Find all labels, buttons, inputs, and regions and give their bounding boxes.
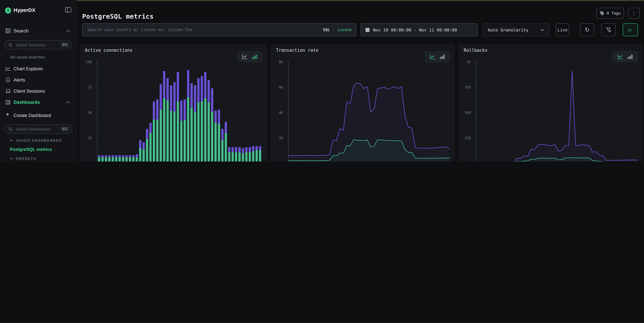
collapse-sidebar-icon[interactable] [65,7,71,14]
saved-dashboards-input[interactable]: ⌘K [4,124,72,134]
sidebar-item-label: Alerts [14,77,25,82]
calendar-icon [365,28,370,32]
section-label: PRESETS [16,156,36,161]
no-saved-searches-text: No saved searches [10,55,45,60]
y-axis-tick-label: 4K [270,110,283,115]
chevron-down-icon [10,139,13,142]
y-axis-tick-label: 500 [458,110,471,115]
play-icon: ▷ [628,27,632,32]
sql-toggle[interactable]: SQL [323,28,330,32]
tags-label: 0 Tags [606,11,621,16]
bar-chart-toggle-icon[interactable] [252,54,258,60]
sidebar-item-chart-explorer[interactable]: Chart Explorer [0,65,77,72]
laptop-icon [6,88,11,93]
panel-active-connections: Active connections 0255075100 Nov 10 12:… [80,44,267,162]
top-accent-strip [77,0,644,1]
search-icon [8,127,12,131]
bar-chart-toggle-icon[interactable] [628,54,633,60]
y-axis-tick-label: 250 [458,136,471,140]
chevron-down-icon [540,28,544,31]
create-dashboard-label: Create Dashboard [14,113,51,118]
line-chart-toggle-icon[interactable] [242,54,248,60]
sidebar-item-label: Dashboards [14,100,40,105]
y-axis-tick-label: 25 [80,136,92,140]
saved-searches-input[interactable]: ⌘K [4,40,72,50]
refresh-icon: ↻ [585,26,590,33]
refresh-button[interactable]: ↻ [580,23,594,36]
sidebar-item-label: Client Sessions [14,88,45,94]
chevron-down-icon [10,158,13,160]
main-content: PostgreSQL metrics 0 Tags ⋮ SQL | Lucene [77,0,644,162]
more-options-button[interactable]: ⋮ [628,8,640,18]
run-query-button[interactable]: ▷ [623,23,638,36]
date-range-picker[interactable]: Nov 10 00:00:00 - Nov 11 00:00:00 [360,23,478,36]
chart-view-toggle [237,51,262,62]
panel-title: Rollbacks [464,48,488,53]
y-axis-tick-label: 100 [80,60,92,64]
y-axis-tick-label: 2K [270,136,283,140]
tags-button[interactable]: 0 Tags [596,8,624,18]
shortcut-badge: ⌘K [60,42,69,47]
chart-transaction-rate: 02K4K6K8K Nov 10 12:00:00 AM11:00:00 AM1… [270,44,455,162]
plus-icon: + [6,111,9,117]
sidebar-item-search[interactable]: Search [0,26,77,35]
saved-dashboards-section-header[interactable]: SAVED DASHBOARDS [10,138,62,142]
chart-line-icon [6,66,11,71]
sidebar-divider [0,36,77,37]
hyperdx-logo-icon [5,7,12,14]
saved-searches-field[interactable] [15,42,60,48]
chevron-up-icon[interactable] [66,101,70,103]
shortcut-badge: ⌘K [60,127,69,132]
filter-edit-icon [606,27,611,32]
sidebar: HyperDX Search [0,0,77,162]
bar-chart-toggle-icon[interactable] [440,54,445,60]
create-dashboard-button[interactable]: + Create Dashboard [0,112,77,119]
date-range-value: Nov 10 00:00:00 - Nov 11 00:00:00 [373,27,457,32]
sidebar-item-label: Search [14,28,28,34]
panel-title: Transaction rate [276,48,318,53]
saved-dashboards-field[interactable] [15,126,60,132]
section-label: SAVED DASHBOARDS [16,138,62,142]
dashboard-item-postgresql-metrics[interactable]: PostgreSQL metrics [10,147,52,152]
chevron-up-icon[interactable] [66,30,70,32]
search-icon [8,43,12,47]
presets-section-header[interactable]: PRESETS [10,156,36,161]
event-search-bar[interactable]: SQL | Lucene [82,23,356,36]
query-language-toggle: SQL | Lucene [323,28,352,32]
controls-row: SQL | Lucene Nov 10 00:00:00 - Nov 11 00… [77,23,644,36]
y-axis-tick-label: 0 [270,161,283,162]
chart-plot[interactable] [286,60,450,162]
sidebar-item-client-sessions[interactable]: Client Sessions [0,87,77,95]
app-window: HyperDX Search [0,0,644,162]
live-button[interactable]: Live [556,23,569,36]
journal-icon [6,28,11,34]
kebab-icon: ⋮ [632,10,636,16]
sidebar-item-alerts[interactable]: Alerts [0,76,77,84]
chart-plot[interactable] [474,60,638,162]
y-axis-tick-label: 750 [458,85,471,89]
y-axis-tick-label: 0 [80,161,92,162]
y-axis-tick-label: 6K [270,85,283,89]
chart-view-toggle [612,51,638,62]
brand-name: HyperDX [14,7,36,13]
brand-row: HyperDX [0,6,77,16]
panel-title: Active connections [85,48,132,53]
y-axis-tick-label: 8K [270,60,283,64]
filter-button[interactable] [602,23,616,36]
granularity-value: Auto Granularity [488,27,528,32]
panel-transaction-rate: Transaction rate 02K4K6K8K Nov 10 12:00:… [270,44,455,162]
sidebar-item-dashboards[interactable]: Dashboards [0,98,77,106]
line-chart-toggle-icon[interactable] [617,54,623,60]
page-title: PostgreSQL metrics [82,12,154,20]
panel-rollbacks: Rollbacks 02505007501K Nov 10 12:00:00 A… [458,44,643,162]
granularity-select[interactable]: Auto Granularity [483,23,549,36]
y-axis-tick-label: 1K [458,60,471,64]
event-search-input[interactable] [86,27,323,32]
line-chart-toggle-icon[interactable] [430,54,436,60]
chart-view-toggle [424,51,450,62]
chart-plot[interactable] [95,60,262,162]
chart-rollbacks: 02505007501K Nov 10 12:00:00 AM11:00:00 … [458,44,643,162]
y-axis-tick-label: 50 [80,110,92,115]
lucene-toggle[interactable]: Lucene [338,28,352,32]
y-axis-tick-label: 0 [458,161,471,162]
